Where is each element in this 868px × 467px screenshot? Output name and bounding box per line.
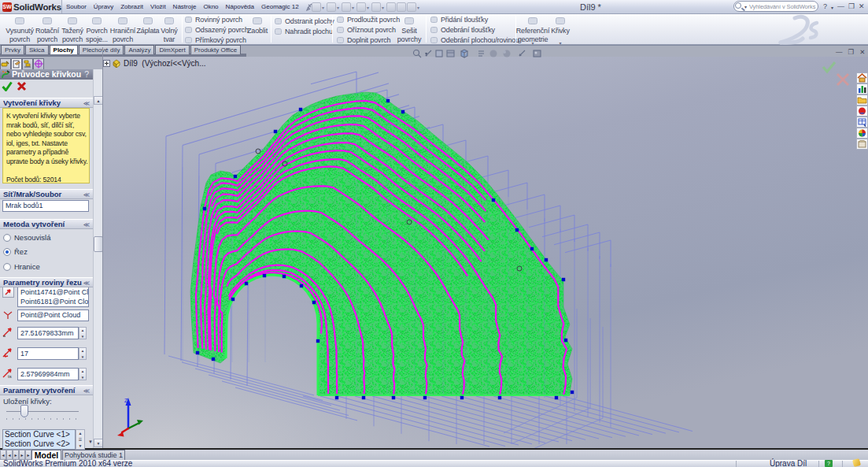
svg-text:ts: ts (8, 374, 12, 379)
svg-text:Z: Z (124, 398, 128, 403)
